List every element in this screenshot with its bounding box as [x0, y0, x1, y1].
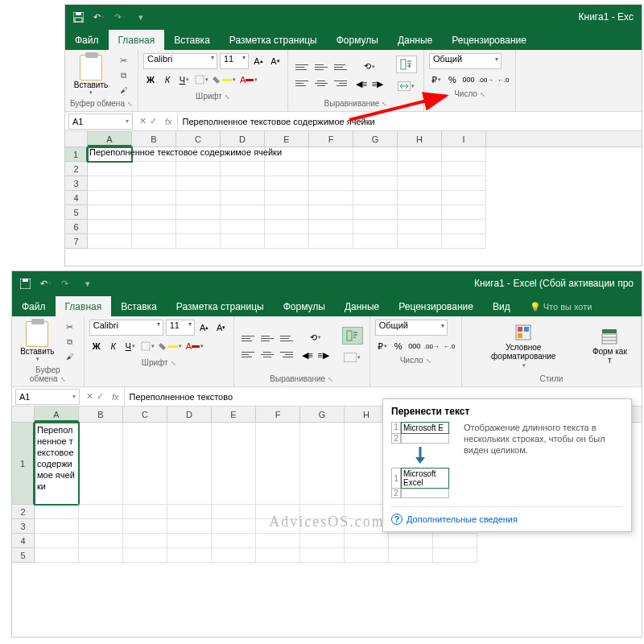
cell[interactable]: [132, 220, 176, 234]
row-header[interactable]: 4: [12, 534, 35, 548]
align-right-button[interactable]: [278, 347, 295, 361]
align-top-button[interactable]: [239, 331, 257, 345]
cell[interactable]: [442, 147, 486, 162]
format-painter-icon[interactable]: [63, 350, 77, 363]
cell[interactable]: [398, 162, 442, 176]
copy-icon[interactable]: [116, 69, 130, 82]
underline-button[interactable]: Ч▾: [177, 72, 192, 88]
tab-formulas[interactable]: Формулы: [327, 30, 388, 50]
col-header[interactable]: A: [88, 131, 132, 147]
format-painter-icon[interactable]: [116, 84, 130, 97]
clipboard-launcher-icon[interactable]: ⤡: [60, 376, 66, 383]
cell[interactable]: [353, 147, 398, 162]
font-launcher-icon[interactable]: ⤡: [171, 360, 176, 367]
cell[interactable]: [212, 519, 256, 534]
cell[interactable]: [167, 548, 212, 563]
align-left-button[interactable]: [239, 347, 257, 361]
cell[interactable]: [309, 234, 353, 249]
cell[interactable]: [167, 423, 212, 505]
cell[interactable]: [300, 423, 345, 505]
copy-icon[interactable]: [63, 336, 77, 349]
row-header[interactable]: 1: [12, 423, 35, 505]
merge-center-button[interactable]: ▾: [342, 349, 363, 366]
align-right-button[interactable]: [332, 76, 349, 91]
cell[interactable]: [353, 162, 398, 176]
cell[interactable]: [167, 534, 212, 548]
cell[interactable]: [79, 423, 123, 505]
cell[interactable]: [132, 176, 176, 191]
cancel-formula-icon[interactable]: ✕: [86, 391, 93, 402]
cell[interactable]: [88, 220, 132, 234]
comma-format-button[interactable]: 000: [407, 338, 422, 354]
orientation-button[interactable]: ⟲▾: [354, 59, 385, 75]
decrease-indent-button[interactable]: ◀≡: [300, 347, 315, 363]
cell[interactable]: [265, 176, 309, 191]
row-header[interactable]: 3: [65, 176, 88, 191]
col-header[interactable]: I: [442, 131, 486, 147]
align-top-button[interactable]: [293, 60, 311, 75]
tab-formulas[interactable]: Формулы: [274, 296, 335, 316]
cell[interactable]: [265, 205, 309, 220]
fill-color-button[interactable]: ▾: [212, 72, 237, 88]
orientation-button[interactable]: ⟲▾: [300, 329, 331, 345]
cell-a1[interactable]: Переполненное текстовое содержимое ячейк…: [88, 147, 132, 162]
save-icon[interactable]: [17, 275, 33, 291]
name-box[interactable]: A1: [68, 114, 133, 130]
cell[interactable]: [300, 534, 345, 548]
row-header[interactable]: 2: [65, 162, 88, 176]
align-left-button[interactable]: [293, 76, 311, 91]
accounting-format-button[interactable]: ₽▾: [429, 72, 444, 88]
cell[interactable]: [88, 205, 132, 220]
cell[interactable]: [79, 534, 123, 548]
col-header[interactable]: G: [300, 407, 345, 422]
qat-customize-icon[interactable]: ▾: [133, 9, 149, 25]
align-bottom-button[interactable]: [332, 60, 349, 75]
tab-review[interactable]: Рецензирование: [442, 30, 536, 50]
align-middle-button[interactable]: [258, 331, 276, 345]
cell[interactable]: [442, 162, 486, 176]
align-bottom-button[interactable]: [278, 331, 295, 345]
comma-format-button[interactable]: 000: [461, 72, 476, 88]
cell[interactable]: [176, 234, 221, 249]
underline-button[interactable]: Ч▾: [123, 338, 138, 354]
cell[interactable]: [345, 534, 389, 548]
col-header[interactable]: C: [123, 407, 167, 422]
italic-button[interactable]: К: [160, 72, 175, 88]
cell[interactable]: [123, 548, 167, 563]
alignment-launcher-icon[interactable]: ⤡: [328, 376, 333, 383]
enter-formula-icon[interactable]: ✓: [97, 391, 104, 402]
tab-review[interactable]: Рецензирование: [389, 296, 483, 316]
cell[interactable]: [35, 534, 79, 548]
cell[interactable]: [398, 191, 442, 205]
paste-button[interactable]: Вставить ▾: [71, 53, 111, 97]
cell[interactable]: [35, 505, 79, 519]
cell[interactable]: [221, 234, 265, 249]
cell[interactable]: [79, 548, 123, 563]
increase-indent-button[interactable]: ≡▶: [316, 347, 331, 363]
number-launcher-icon[interactable]: ⤡: [480, 91, 485, 98]
increase-font-icon[interactable]: A▴: [197, 320, 212, 336]
cell[interactable]: [309, 220, 353, 234]
cell[interactable]: [221, 162, 265, 176]
number-format-select[interactable]: Общий: [429, 53, 502, 69]
select-all-corner[interactable]: [12, 407, 35, 422]
cell[interactable]: [256, 548, 300, 563]
cell[interactable]: [309, 147, 353, 162]
cell[interactable]: [353, 220, 398, 234]
cell[interactable]: [123, 423, 167, 505]
font-color-button[interactable]: A▾: [239, 72, 258, 88]
cell[interactable]: [265, 220, 309, 234]
undo-icon[interactable]: ↶▾: [38, 275, 54, 291]
cell[interactable]: [221, 176, 265, 191]
cell[interactable]: [389, 534, 433, 548]
cell[interactable]: [398, 234, 442, 249]
cell[interactable]: [88, 162, 132, 176]
cell[interactable]: [35, 519, 79, 534]
cell[interactable]: [132, 191, 176, 205]
cell[interactable]: [212, 534, 256, 548]
col-header[interactable]: B: [132, 131, 176, 147]
fill-color-button[interactable]: ▾: [158, 338, 183, 354]
decrease-font-icon[interactable]: A▾: [268, 53, 283, 69]
clipboard-launcher-icon[interactable]: ⤡: [127, 101, 133, 108]
row-header[interactable]: 1: [65, 147, 88, 162]
